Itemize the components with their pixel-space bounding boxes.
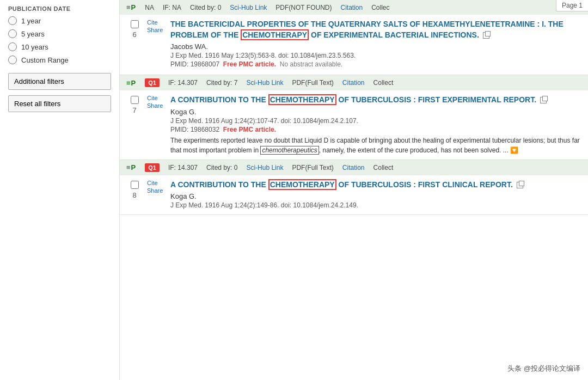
copy-icon-6[interactable]: [483, 32, 489, 39]
pdf-label-7: PDF(Full Text): [292, 79, 333, 87]
title-part3-7: OF TUBERCULOSIS : FIRST EXPERIMENTAL REP…: [336, 95, 536, 104]
article-num-7: 7: [132, 106, 136, 114]
filter-10years-label: 10 years: [21, 43, 48, 51]
cited-6: Cited by: 0: [190, 4, 221, 11]
more-icon-7[interactable]: 🔽: [510, 146, 518, 154]
checkbox-7[interactable]: [131, 96, 139, 104]
scihub-link-8[interactable]: Sci-Hub Link: [246, 164, 283, 171]
result-item-6: ≡P NA IF: NA Cited by: 0 Sci-Hub Link PD…: [120, 0, 588, 75]
no-abstract-6: No abstract available.: [280, 60, 342, 68]
title-part1-7: A CONTRIBUTION TO THE: [170, 95, 268, 104]
article-body-6: 6 Cite Share THE BACTERICIDAL PROPERTIES…: [120, 15, 588, 75]
publication-date-filters: 1 year 5 years 10 years Custom Range: [8, 16, 111, 64]
article-author-6: Jacobs WA.: [170, 42, 581, 51]
collect-label-7: Collect: [373, 79, 394, 87]
article-title-6[interactable]: THE BACTERICIDAL PROPERTIES OF THE QUATE…: [170, 19, 581, 40]
filter-custom-label: Custom Range: [21, 56, 69, 64]
share-action-6[interactable]: Share: [147, 27, 166, 33]
filter-1year-label: 1 year: [21, 17, 41, 25]
scihub-link-7[interactable]: Sci-Hub Link: [246, 79, 283, 87]
page-badge: Page 1: [556, 0, 588, 11]
title-highlight-7: CHEMOTHERAPY: [268, 94, 336, 105]
cited-8: Cited by: 0: [206, 164, 237, 171]
toolbar-row-8: ≡P Q1 IF: 14.307 Cited by: 0 Sci-Hub Lin…: [120, 160, 588, 175]
reset-filters-button[interactable]: Reset all filters: [8, 95, 111, 112]
article-content-7: A CONTRIBUTION TO THE CHEMOTHERAPY OF TU…: [170, 95, 581, 155]
cite-action-7[interactable]: Cite: [147, 95, 166, 101]
article-left-6: 6: [126, 19, 143, 70]
article-journal-6: J Exp Med. 1916 May 1;23(5):563-8. doi: …: [170, 52, 581, 59]
article-body-8: 8 Cite Share A CONTRIBUTION TO THE CHEMO…: [120, 175, 588, 215]
copy-icon-7[interactable]: [540, 97, 547, 103]
article-pmid-7: PMID: 19868032 Free PMC article.: [170, 126, 581, 133]
article-journal-8: J Exp Med. 1916 Aug 1;24(2):149-86. doi:…: [170, 201, 581, 209]
article-author-7: Koga G.: [170, 108, 581, 116]
toolbar-row-6: ≡P NA IF: NA Cited by: 0 Sci-Hub Link PD…: [120, 0, 588, 15]
q1-badge-7: Q1: [145, 78, 160, 87]
checkbox-8[interactable]: [131, 181, 139, 189]
pdf-label-6: PDF(NOT FOUND): [275, 4, 332, 11]
filter-10years[interactable]: 10 years: [8, 42, 111, 51]
title-highlight-8: CHEMOTHERAPY: [268, 179, 336, 190]
publication-date-title: PUBLICATION DATE: [8, 5, 111, 12]
title-part3-8: OF TUBERCULOSIS : FIRST CLINICAL REPORT.: [336, 180, 513, 189]
if-label-8: IF: 14.307: [168, 164, 198, 171]
article-content-6: THE BACTERICIDAL PROPERTIES OF THE QUATE…: [170, 19, 581, 70]
article-title-7[interactable]: A CONTRIBUTION TO THE CHEMOTHERAPY OF TU…: [170, 95, 581, 106]
radio-5years[interactable]: [8, 29, 17, 38]
result-item-7: ≡P Q1 IF: 14.307 Cited by: 7 Sci-Hub Lin…: [120, 75, 588, 160]
article-body-7: 7 Cite Share A CONTRIBUTION TO THE CHEMO…: [120, 90, 588, 160]
scihub-link-6[interactable]: Sci-Hub Link: [230, 4, 267, 11]
pmc-link-7[interactable]: Free PMC article.: [223, 126, 276, 133]
filter-5years-label: 5 years: [21, 30, 45, 38]
radio-custom[interactable]: [8, 56, 17, 64]
additional-filters-button[interactable]: Additional filters: [8, 73, 111, 90]
pmc-link-6[interactable]: Free PMC article.: [223, 60, 276, 68]
filter-5years[interactable]: 5 years: [8, 29, 111, 38]
article-num-6: 6: [132, 30, 136, 39]
abstract-after-7: , namely, the extent of the cure produce…: [319, 146, 509, 154]
radio-1year[interactable]: [8, 16, 17, 25]
result-item-8: ≡P Q1 IF: 14.307 Cited by: 0 Sci-Hub Lin…: [120, 160, 588, 216]
article-title-8[interactable]: A CONTRIBUTION TO THE CHEMOTHERAPY OF TU…: [170, 180, 581, 191]
if-label-6: IF: NA: [163, 4, 181, 11]
article-actions-8: Cite Share: [147, 180, 166, 211]
cite-action-6[interactable]: Cite: [147, 19, 166, 26]
collect-label-8: Collect: [373, 164, 394, 171]
pdf-label-8: PDF(Full Text): [292, 164, 333, 171]
citation-link-8[interactable]: Citation: [342, 164, 365, 171]
filter-1year[interactable]: 1 year: [8, 16, 111, 25]
ep-logo-6: ≡P: [126, 3, 136, 11]
share-action-8[interactable]: Share: [147, 187, 166, 194]
article-num-8: 8: [132, 191, 136, 199]
article-left-8: 8: [126, 180, 143, 211]
toolbar-row-7: ≡P Q1 IF: 14.307 Cited by: 7 Sci-Hub Lin…: [120, 75, 588, 90]
results-main: Page 1 ≡P NA IF: NA Cited by: 0 Sci-Hub …: [120, 0, 588, 380]
ep-logo-7: ≡P: [126, 79, 136, 87]
sidebar: PUBLICATION DATE 1 year 5 years 10 years…: [0, 0, 120, 380]
article-author-8: Koga G.: [170, 192, 581, 200]
if-label-7: IF: 14.307: [168, 79, 198, 87]
share-action-7[interactable]: Share: [147, 102, 166, 109]
title-part3-6: OF EXPERIMENTAL BACTERIAL INFECTIONS.: [309, 30, 479, 39]
citation-link-6[interactable]: Citation: [340, 4, 363, 11]
copy-icon-8[interactable]: [517, 182, 523, 188]
abstract-highlight-7: chemotherapeutics: [260, 146, 318, 155]
na-label-6: NA: [145, 4, 154, 11]
title-part1-8: A CONTRIBUTION TO THE: [170, 180, 268, 189]
citation-link-7[interactable]: Citation: [342, 79, 365, 87]
article-actions-7: Cite Share: [147, 95, 166, 155]
filter-custom-range[interactable]: Custom Range: [8, 56, 111, 64]
ep-logo-8: ≡P: [126, 163, 136, 171]
title-highlight-6: CHEMOTHERAPY: [241, 29, 309, 40]
article-actions-6: Cite Share: [147, 19, 166, 70]
collect-label-6: Collec: [371, 4, 389, 11]
cited-7: Cited by: 7: [206, 79, 237, 87]
abstract-text-7: The experiments reported leave no doubt …: [170, 136, 581, 155]
radio-10years[interactable]: [8, 42, 17, 51]
checkbox-6[interactable]: [131, 20, 139, 28]
cite-action-8[interactable]: Cite: [147, 180, 166, 186]
article-content-8: A CONTRIBUTION TO THE CHEMOTHERAPY OF TU…: [170, 180, 581, 211]
watermark: 头条 @投必得论文编译: [505, 363, 583, 375]
article-pmid-6: PMID: 19868007 Free PMC article. No abst…: [170, 60, 581, 68]
